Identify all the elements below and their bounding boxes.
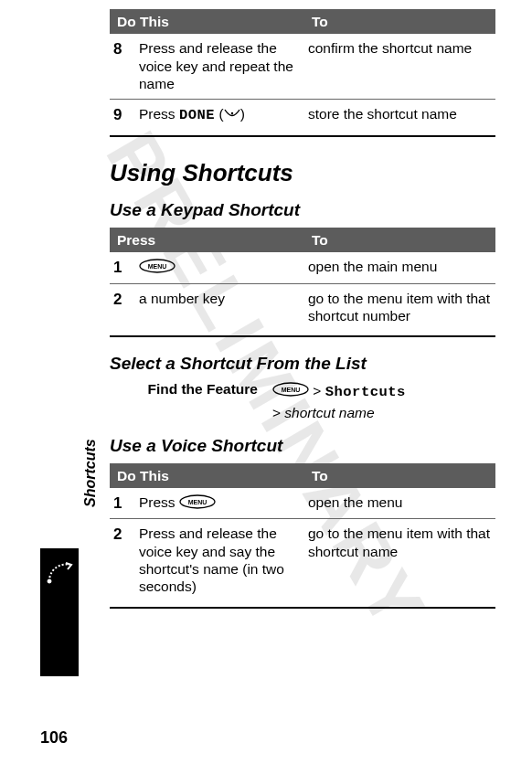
svg-text:MENU: MENU <box>188 499 207 505</box>
path-shortcut-name: shortcut name <box>284 405 374 420</box>
table2-head-left: Press <box>110 228 304 252</box>
section-heading-using-shortcuts: Using Shortcuts <box>110 159 495 187</box>
find-feature-path: MENU > Shortcuts > shortcut name <box>272 381 406 422</box>
step-number: 1 <box>110 252 135 283</box>
subheading-select-from-list: Select a Shortcut From the List <box>110 354 495 374</box>
table1-head-right: To <box>304 9 495 34</box>
table-do-this-2: Do This To 1 Press MENU open the menu 2 … <box>110 463 495 601</box>
step-result: go to the menu item with that shortcut n… <box>304 283 495 330</box>
step-action: Press and release the voice key and repe… <box>135 34 304 99</box>
table1-head-left: Do This <box>110 9 304 34</box>
step-result: open the menu <box>304 488 495 519</box>
step-number: 2 <box>110 283 135 330</box>
text: ) <box>240 106 245 122</box>
step-action: Press MENU <box>135 488 304 519</box>
subheading-keypad-shortcut: Use a Keypad Shortcut <box>110 200 495 220</box>
table-rule <box>110 607 495 609</box>
step-number: 1 <box>110 488 135 519</box>
subheading-voice-shortcut: Use a Voice Shortcut <box>110 436 495 456</box>
step-result: go to the menu item with that shortcut n… <box>304 519 495 601</box>
text: Press <box>139 106 179 122</box>
table3-head-right: To <box>304 463 495 488</box>
page-number: 106 <box>40 728 68 748</box>
table2-head-right: To <box>304 228 495 252</box>
menu-key-icon: MENU <box>139 259 176 277</box>
step-action: MENU <box>135 252 304 283</box>
step-action: Press and release the voice key and say … <box>135 519 304 601</box>
menu-key-icon: MENU <box>179 494 216 513</box>
table-row: 1 MENU open the main menu <box>110 252 495 283</box>
table-row: 9 Press DONE () store the shortcut name <box>110 99 495 130</box>
table-rule <box>110 135 495 137</box>
sidebar-section-label: Shortcuts <box>82 439 99 507</box>
text: ( <box>215 106 223 122</box>
text: Press <box>139 494 179 510</box>
step-result: store the shortcut name <box>304 99 495 130</box>
step-result: open the main menu <box>304 252 495 283</box>
done-label: DONE <box>179 107 215 123</box>
step-number: 2 <box>110 519 135 601</box>
shortcut-arc-icon <box>44 556 75 590</box>
table-row: 1 Press MENU open the menu <box>110 488 495 519</box>
path-shortcuts: Shortcuts <box>325 384 406 400</box>
step-number: 9 <box>110 99 135 130</box>
find-the-feature: Find the Feature MENU > Shortcuts > shor… <box>110 381 495 422</box>
step-number: 8 <box>110 34 135 99</box>
table-press-1: Press To 1 MENU open the main menu 2 a n… <box>110 228 495 330</box>
svg-point-0 <box>230 112 232 114</box>
section-tab <box>40 548 79 676</box>
step-action: a number key <box>135 283 304 330</box>
svg-text:MENU: MENU <box>148 263 167 270</box>
soft-key-icon <box>224 106 240 123</box>
table-rule <box>110 335 495 337</box>
path-sep: > <box>313 383 325 398</box>
step-action: Press DONE () <box>135 99 304 130</box>
table3-head-left: Do This <box>110 463 304 488</box>
table-do-this-1: Do This To 8 Press and release the voice… <box>110 9 495 130</box>
menu-key-icon: MENU <box>272 382 309 402</box>
svg-text:MENU: MENU <box>282 387 301 393</box>
table-row: 2 a number key go to the menu item with … <box>110 283 495 330</box>
step-result: confirm the shortcut name <box>304 34 495 99</box>
table-row: 8 Press and release the voice key and re… <box>110 34 495 99</box>
find-feature-label: Find the Feature <box>110 381 272 422</box>
page-content: Do This To 8 Press and release the voice… <box>0 0 532 643</box>
path-sep: > <box>272 405 284 420</box>
svg-point-7 <box>48 579 51 583</box>
table-row: 2 Press and release the voice key and sa… <box>110 519 495 601</box>
